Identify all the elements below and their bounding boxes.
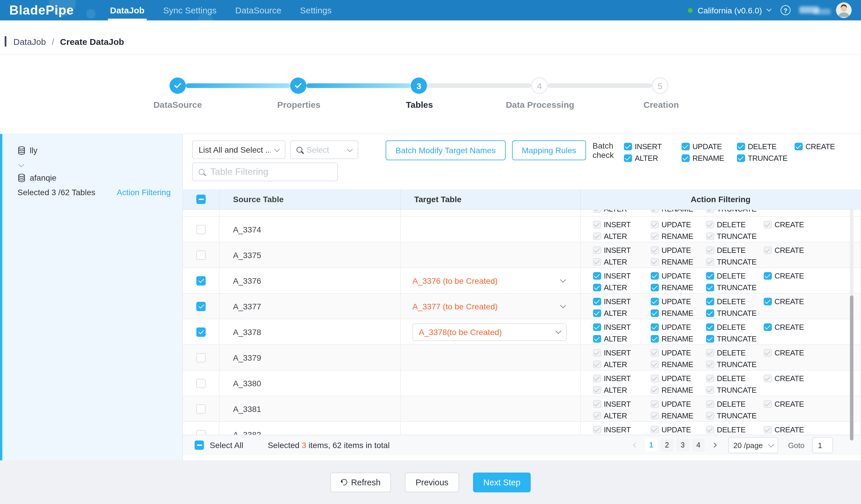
target-table-select[interactable]: A_3376 (to be Created)	[401, 276, 580, 285]
source-table-name: A_3374	[233, 224, 261, 234]
chevron-down-icon[interactable]	[767, 6, 771, 11]
batch-check-checkbox[interactable]	[682, 143, 689, 151]
row-checkbox[interactable]	[196, 250, 206, 260]
next-page-button[interactable]	[708, 439, 721, 452]
action-checkbox[interactable]	[706, 335, 714, 343]
row-checkbox[interactable]	[196, 301, 206, 311]
action-checkbox	[764, 246, 771, 254]
action-label: RENAME	[661, 232, 693, 241]
source-database[interactable]: lly	[17, 145, 171, 156]
page-button[interactable]: 3	[676, 439, 689, 452]
vertical-scrollbar[interactable]	[850, 208, 853, 440]
action-checkbox[interactable]	[651, 323, 659, 331]
row-checkbox[interactable]	[196, 327, 206, 337]
action-checkbox[interactable]	[593, 335, 601, 343]
batch-check-checkbox[interactable]	[624, 154, 632, 162]
scrollbar-thumb[interactable]	[850, 296, 853, 440]
action-label: DELETE	[748, 142, 777, 151]
action-checkbox	[706, 361, 714, 369]
batch-modify-target-names-button[interactable]: Batch Modify Target Names	[386, 140, 505, 160]
action-checkbox	[651, 400, 659, 408]
goto-page-input[interactable]	[812, 438, 832, 453]
page-button[interactable]: 1	[645, 439, 658, 452]
action-checkbox[interactable]	[706, 272, 714, 280]
quick-select[interactable]: Select	[290, 140, 358, 159]
action-filtering-link[interactable]: Action Filtering	[117, 188, 171, 197]
action-checkbox[interactable]	[651, 309, 659, 317]
action-label: ALTER	[604, 309, 627, 317]
action-checkbox	[706, 258, 714, 266]
action-checkbox[interactable]	[593, 323, 601, 331]
action-checkbox[interactable]	[651, 335, 659, 343]
region-selector[interactable]: California (v0.6.0)	[698, 5, 762, 15]
table-filter-field[interactable]	[192, 163, 338, 181]
table-filter-input[interactable]	[209, 166, 332, 178]
prev-page-button[interactable]	[629, 439, 642, 452]
chevron-right-icon	[712, 443, 716, 448]
batch-check-checkbox[interactable]	[682, 154, 689, 162]
refresh-button[interactable]: Refresh	[330, 472, 391, 492]
nav-item-datasource[interactable]: DataSource	[235, 0, 282, 21]
action-checkbox[interactable]	[706, 323, 714, 331]
action-checkbox[interactable]	[593, 284, 601, 291]
target-table-select[interactable]: A_3377 (to be Created)	[401, 301, 580, 311]
mapping-rules-button[interactable]: Mapping Rules	[512, 140, 586, 160]
previous-button[interactable]: Previous	[405, 472, 459, 492]
list-mode-select[interactable]: List All and Select ...	[192, 140, 285, 159]
step-1-circle[interactable]	[169, 78, 186, 94]
action-checkbox[interactable]	[706, 309, 714, 317]
app-logo[interactable]: BladePipe	[9, 3, 74, 18]
source-table-name: A_3376	[233, 276, 261, 285]
action-label: CREATE	[775, 400, 804, 408]
step-label-tables: Tables	[406, 100, 433, 110]
action-checkbox	[651, 210, 659, 213]
target-table-name: A_3378(to be Created)	[419, 327, 502, 337]
row-checkbox[interactable]	[196, 404, 206, 413]
action-checkbox[interactable]	[764, 323, 771, 331]
batch-check-checkbox[interactable]	[737, 143, 745, 151]
breadcrumb-item-datajob[interactable]: DataJob	[13, 37, 46, 46]
action-checkbox	[764, 221, 771, 229]
page-size-select[interactable]: 20 /page	[728, 437, 778, 453]
select-all-label[interactable]: Select All	[210, 440, 243, 450]
action-checkbox[interactable]	[651, 298, 659, 305]
batch-check-checkbox[interactable]	[624, 143, 632, 151]
next-step-button[interactable]: Next Step	[473, 472, 531, 492]
select-page-checkbox[interactable]	[196, 195, 206, 204]
batch-check-checkbox[interactable]	[795, 143, 803, 151]
select-all-checkbox[interactable]	[194, 440, 204, 450]
row-checkbox[interactable]	[196, 224, 206, 234]
page-button[interactable]: 2	[660, 439, 673, 452]
action-label: UPDATE	[692, 142, 722, 151]
nav-item-datajob[interactable]: DataJob	[110, 0, 145, 21]
goto-page-field[interactable]	[812, 437, 833, 453]
action-checkbox[interactable]	[593, 298, 601, 305]
nav-item-settings[interactable]: Settings	[300, 0, 331, 21]
action-checkbox[interactable]	[593, 309, 601, 317]
action-checkbox[interactable]	[764, 272, 771, 280]
batch-check-checkbox[interactable]	[737, 154, 745, 162]
target-table-select[interactable]: A_3378(to be Created)	[412, 323, 567, 341]
action-checkbox[interactable]	[706, 284, 714, 291]
step-2-circle[interactable]	[290, 78, 306, 94]
user-avatar[interactable]	[836, 2, 852, 18]
nav-item-sync-settings[interactable]: Sync Settings	[163, 0, 216, 21]
action-label: UPDATE	[661, 374, 691, 383]
action-checkbox[interactable]	[706, 298, 714, 305]
row-checkbox[interactable]	[196, 276, 206, 285]
target-database[interactable]: afanqie	[17, 172, 171, 183]
action-label: DELETE	[717, 400, 746, 408]
row-checkbox[interactable]	[196, 379, 206, 388]
step-4-circle[interactable]: 4	[531, 78, 548, 94]
step-5-circle[interactable]: 5	[652, 78, 668, 94]
action-checkbox[interactable]	[764, 298, 771, 305]
row-checkbox[interactable]	[196, 353, 206, 362]
action-label: TRUNCATE	[717, 258, 756, 266]
help-icon[interactable]	[781, 5, 791, 15]
action-checkbox[interactable]	[593, 272, 601, 280]
page-button[interactable]: 4	[692, 439, 705, 452]
action-checkbox[interactable]	[651, 272, 659, 280]
action-checkbox[interactable]	[651, 284, 659, 291]
row-checkbox[interactable]	[196, 430, 206, 435]
step-3-circle[interactable]: 3	[411, 78, 427, 94]
